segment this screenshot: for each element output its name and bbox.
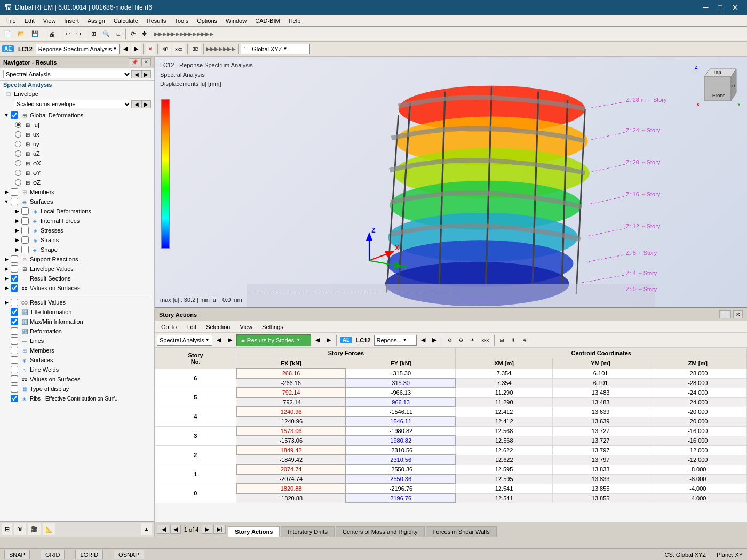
page-last-button[interactable]: ▶| <box>213 525 226 534</box>
undo-button[interactable]: ↩ <box>62 28 73 40</box>
uz-radio[interactable] <box>15 150 21 157</box>
osnap-button[interactable]: OSNAP <box>114 550 144 559</box>
rotate-button[interactable]: ⟳ <box>128 28 138 40</box>
title-info-checkbox[interactable] <box>11 308 18 316</box>
new-button[interactable]: 📄 <box>1 28 14 40</box>
tree-item-lines[interactable]: ▶ — Lines <box>1 336 153 346</box>
envelope-values-checkbox[interactable] <box>11 265 18 273</box>
maxmin-checkbox[interactable] <box>11 318 18 325</box>
panel-analysis-prev-button[interactable]: ◀ <box>418 334 428 346</box>
surfaces-checkbox[interactable] <box>11 198 18 205</box>
internal-forces-checkbox[interactable] <box>21 217 29 225</box>
tree-item-internal-forces[interactable]: ▶ ◈ Internal Forces <box>1 216 153 226</box>
panel-values-btn[interactable]: xxx <box>479 334 492 346</box>
tab-interstory-drifts[interactable]: Interstory Drifts <box>281 526 335 537</box>
internal-forces-arrow-icon[interactable]: ▶ <box>14 218 20 223</box>
maximize-button[interactable]: □ <box>714 2 727 13</box>
panel-analysis-dropdown[interactable]: Spectral Analysis ▼ <box>157 335 212 346</box>
shape-checkbox[interactable] <box>21 246 29 253</box>
zoom-all-button[interactable]: ⊡ <box>114 28 123 40</box>
ux-radio[interactable] <box>15 131 21 138</box>
menu-edit[interactable]: Edit <box>20 17 39 25</box>
scaled-sums-select[interactable]: Scaled sums envelope <box>14 100 132 108</box>
panel-menu-goto[interactable]: Go To <box>157 323 181 331</box>
select-button[interactable]: ⊞ <box>89 28 99 40</box>
save-button[interactable]: 💾 <box>29 28 42 40</box>
menu-insert[interactable]: Insert <box>60 17 83 25</box>
phix-radio[interactable] <box>15 160 21 166</box>
tree-item-u-abs[interactable]: ⊞ |u| <box>1 120 153 130</box>
values-on-surfaces-checkbox[interactable] <box>11 284 18 292</box>
nav-prev-button[interactable]: ◀ <box>132 70 141 78</box>
tree-item-type-of-display[interactable]: ▶ ▦ Type of display <box>1 384 153 394</box>
line-welds-checkbox[interactable] <box>11 366 18 373</box>
panel-prev-button[interactable]: ◀ <box>214 334 224 346</box>
values-button[interactable]: xxx <box>172 43 185 55</box>
snap-button[interactable]: SNAP <box>4 550 30 559</box>
panel-print-btn[interactable]: 🖨 <box>520 334 530 346</box>
stresses-arrow-icon[interactable]: ▶ <box>14 228 20 233</box>
panel-export-btn[interactable]: ⬇ <box>508 334 518 346</box>
nav-next-button[interactable]: ▶ <box>141 70 151 78</box>
tree-item-result-sections[interactable]: ▶ — Result Sections <box>1 274 153 283</box>
tree-item-global-deformations[interactable]: ▼ ⊞ Global Deformations <box>1 110 153 120</box>
close-button[interactable]: ✕ <box>728 2 743 13</box>
tree-item-support-reactions[interactable]: ▶ ⊛ Support Reactions <box>1 254 153 264</box>
tree-item-shape[interactable]: ▶ ◈ Shape <box>1 245 153 254</box>
local-def-arrow-icon[interactable]: ▶ <box>14 209 20 214</box>
result-values-checkbox[interactable] <box>11 299 18 306</box>
stresses-checkbox[interactable] <box>21 227 29 234</box>
result-sections-arrow-icon[interactable]: ▶ <box>3 276 10 281</box>
panel-settings-btn2[interactable]: ⚙ <box>456 334 466 346</box>
analysis-type-dropdown[interactable]: Reponse Spectrum Analysis ▼ <box>36 44 120 54</box>
menu-tools[interactable]: Tools <box>170 17 193 25</box>
menu-window[interactable]: Window <box>221 17 251 25</box>
menu-view[interactable]: View <box>39 17 60 25</box>
view-3d-button[interactable]: 3D <box>190 43 202 55</box>
panel-menu-view[interactable]: View <box>235 323 257 331</box>
nav-cube[interactable]: Front Top R X Y Z <box>694 61 742 109</box>
tree-item-surfaces-bottom[interactable]: ▶ ◈ Surfaces <box>1 355 153 365</box>
global-deformations-checkbox[interactable] <box>11 111 18 119</box>
tab-centers-of-mass[interactable]: Centers of Mass and Rigidity <box>336 526 425 537</box>
deformation-checkbox[interactable] <box>11 327 18 335</box>
panel-menu-settings[interactable]: Settings <box>258 323 288 331</box>
local-deformations-checkbox[interactable] <box>21 207 29 215</box>
tab-story-actions[interactable]: Story Actions <box>228 526 280 537</box>
tree-item-phiy[interactable]: ⊞ φY <box>1 168 153 178</box>
tree-item-members-bottom[interactable]: ▶ ⊞ Members <box>1 346 153 355</box>
navigator-pin-button[interactable]: 📌 <box>129 58 140 66</box>
nav-bottom-btn4[interactable]: 📐 <box>43 523 55 535</box>
panel-settings-btn1[interactable]: ⚙ <box>445 334 455 346</box>
tree-item-ux[interactable]: ⊞ ux <box>1 130 153 139</box>
panel-menu-selection[interactable]: Selection <box>202 323 234 331</box>
phiz-radio[interactable] <box>15 179 21 186</box>
tree-item-stresses[interactable]: ▶ ◈ Stresses <box>1 226 153 235</box>
menu-help[interactable]: Help <box>284 17 305 25</box>
surfaces-expand-icon[interactable]: ▼ <box>3 199 10 204</box>
nav-scroll-up[interactable]: ▲ <box>141 523 152 535</box>
prev-lc-button[interactable]: ◀ <box>121 43 130 55</box>
tree-item-result-values[interactable]: ▶ xxx Result Values <box>1 298 153 307</box>
envelope-values-arrow-icon[interactable]: ▶ <box>3 266 10 271</box>
tree-item-phiz[interactable]: ⊞ φZ <box>1 178 153 187</box>
tree-item-line-welds[interactable]: ▶ ∿ Line Welds <box>1 365 153 374</box>
result-sections-checkbox[interactable] <box>11 275 18 282</box>
shape-arrow-icon[interactable]: ▶ <box>14 247 20 252</box>
panel-analysis-next-button[interactable]: ▶ <box>430 334 439 346</box>
panel-results-prev-button[interactable]: ◀ <box>313 334 322 346</box>
tree-item-envelope[interactable]: □ Envelope <box>0 89 154 99</box>
panel-display-btn[interactable]: 👁 <box>467 334 478 346</box>
nav-bottom-btn1[interactable]: ⊞ <box>2 523 12 535</box>
coordinate-system-dropdown[interactable]: 1 - Global XYZ ▼ <box>241 44 310 54</box>
uy-radio[interactable] <box>15 141 21 147</box>
results-button[interactable]: ✕ <box>146 43 155 55</box>
tree-item-envelope-values[interactable]: ▶ ⊞ Envelope Values <box>1 264 153 274</box>
menu-file[interactable]: File <box>2 17 20 25</box>
page-next-button[interactable]: ▶ <box>202 525 212 534</box>
tree-item-uz[interactable]: ⊞ uZ <box>1 149 153 158</box>
results-by-stories-dropdown[interactable]: ≡ Results by Stories ▼ <box>236 334 311 346</box>
surfaces-bottom-checkbox[interactable] <box>11 356 18 364</box>
scaled-sums-prev-btn[interactable]: ◀ <box>132 100 141 108</box>
panel-table-btn[interactable]: ⊞ <box>497 334 507 346</box>
